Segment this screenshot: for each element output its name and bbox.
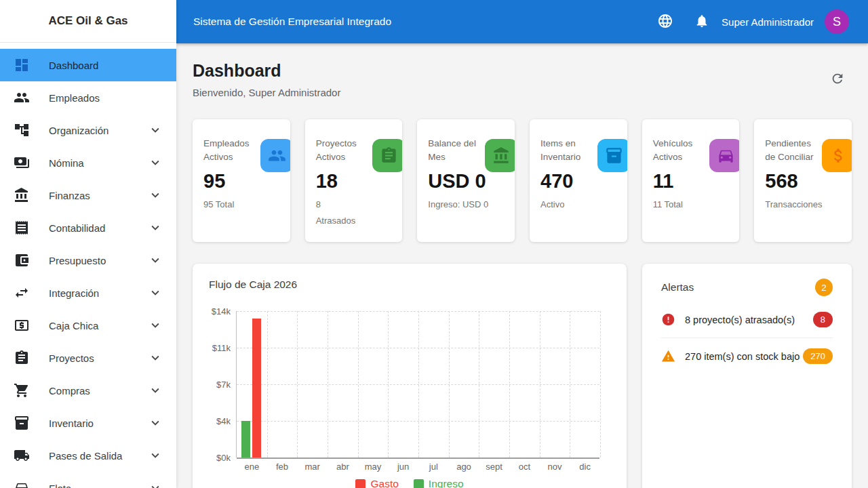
sidebar-item-dashboard[interactable]: Dashboard xyxy=(0,49,176,81)
sidebar-item-nomina[interactable]: Nómina xyxy=(0,146,176,179)
chevron-down-icon xyxy=(148,481,163,488)
legend-swatch xyxy=(414,479,424,488)
chevron-down-icon xyxy=(148,188,163,203)
legend-item-ingreso[interactable]: Ingreso xyxy=(414,478,464,488)
x-axis-tick: sept xyxy=(486,462,502,472)
page-subtitle: Bienvenido, Super Administrador xyxy=(193,87,340,98)
topbar: Sistema de Gestión Empresarial Integrado… xyxy=(176,0,868,43)
stat-title: Empleados Activos xyxy=(203,137,260,164)
stat-value: USD 0 xyxy=(428,169,504,192)
sidebar-item-presupuesto[interactable]: Presupuesto xyxy=(0,244,176,277)
error-icon xyxy=(661,312,675,327)
stat-subtitle: Transacciones xyxy=(765,197,841,213)
sidebar-item-label: Inventario xyxy=(49,418,94,429)
refresh-icon[interactable] xyxy=(829,70,846,88)
org-tree-icon xyxy=(14,122,30,138)
stat-title: Balance del Mes xyxy=(428,137,485,164)
y-axis-tick: $4k xyxy=(216,416,231,426)
car-icon xyxy=(14,480,30,488)
legend-label: Ingreso xyxy=(429,478,464,488)
clipboard-icon xyxy=(14,350,30,366)
gridline xyxy=(418,311,419,458)
receipt-icon xyxy=(14,220,30,236)
gridline xyxy=(570,311,570,458)
cart-icon xyxy=(14,382,30,399)
sidebar-item-contabilidad[interactable]: Contabilidad xyxy=(0,211,176,244)
stat-subtitle: 8Atrasados xyxy=(316,197,392,229)
sidebar-item-label: Contabilidad xyxy=(49,222,105,234)
sidebar-item-compras[interactable]: Compras xyxy=(0,374,176,407)
alert-row: 8 proyecto(s) atrasado(s)8 xyxy=(661,302,833,338)
stat-subtitle: Ingreso: USD 0 xyxy=(428,197,504,213)
gridline xyxy=(449,311,450,458)
stat-card-items-en-inventario: Items en Inventario470Activo xyxy=(530,119,627,242)
alert-text: 270 item(s) con stock bajo xyxy=(685,351,803,362)
stat-title: Items en Inventario xyxy=(540,137,597,164)
sidebar-item-label: Pases de Salida xyxy=(49,450,122,462)
globe-icon[interactable] xyxy=(656,13,674,30)
x-axis-tick: jun xyxy=(397,462,409,472)
chevron-down-icon xyxy=(148,220,163,235)
stat-title: Vehículos Activos xyxy=(653,137,710,164)
people-icon xyxy=(14,89,30,106)
x-axis-tick: nov xyxy=(548,462,562,472)
sidebar-item-caja-chica[interactable]: Caja Chica xyxy=(0,309,176,342)
chart-legend: GastoIngreso xyxy=(209,478,610,488)
sidebar-item-label: Finanzas xyxy=(49,190,90,201)
sidebar-item-finanzas[interactable]: Finanzas xyxy=(0,179,176,211)
stat-value: 18 xyxy=(316,169,392,192)
legend-label: Gasto xyxy=(370,478,398,488)
chart-title: Flujo de Caja 2026 xyxy=(209,279,610,291)
money-icon xyxy=(822,139,852,172)
gridline xyxy=(509,311,510,458)
alerts-title: Alertas xyxy=(661,281,694,293)
y-axis-tick: $11k xyxy=(212,343,231,353)
bank-icon xyxy=(485,139,515,172)
x-axis-tick: abr xyxy=(336,462,349,472)
gridline xyxy=(328,311,328,458)
inventory-icon xyxy=(597,139,627,172)
sidebar: ACE Oil & Gas DashboardEmpleadosOrganiza… xyxy=(0,0,176,488)
app-window: ACE Oil & Gas DashboardEmpleadosOrganiza… xyxy=(0,0,868,488)
sidebar-item-pases-de-salida[interactable]: Pases de Salida xyxy=(0,439,176,472)
car-icon xyxy=(709,139,739,172)
gridline xyxy=(297,311,298,458)
bell-icon[interactable] xyxy=(693,13,711,30)
gridline xyxy=(237,458,599,459)
gridline xyxy=(358,311,359,458)
gridline xyxy=(540,311,540,458)
sidebar-item-flota[interactable]: Flota xyxy=(0,472,176,488)
legend-item-gasto[interactable]: Gasto xyxy=(355,478,398,488)
sidebar-item-empleados[interactable]: Empleados xyxy=(0,81,176,114)
sidebar-item-organizacion[interactable]: Organización xyxy=(0,114,176,146)
sidebar-item-inventario[interactable]: Inventario xyxy=(0,407,176,439)
panels: Flujo de Caja 2026 $14k$11k$7k$4k$0kenef… xyxy=(193,264,852,488)
gridline xyxy=(388,311,389,458)
sidebar-item-integracion[interactable]: Integración xyxy=(0,277,176,309)
legend-swatch xyxy=(355,479,366,488)
sidebar-item-label: Proyectos xyxy=(49,352,94,364)
sidebar-menu: DashboardEmpleadosOrganizaciónNóminaFina… xyxy=(0,43,176,488)
alert-count-badge: 270 xyxy=(803,348,833,364)
chevron-down-icon xyxy=(148,415,163,430)
stat-title: Pendientes de Conciliar xyxy=(765,137,822,164)
cash-box-icon xyxy=(14,317,30,333)
alert-text: 8 proyecto(s) atrasado(s) xyxy=(685,314,813,325)
stat-value: 470 xyxy=(540,169,616,192)
sidebar-item-label: Organización xyxy=(49,125,108,136)
chevron-down-icon xyxy=(148,318,163,333)
gridline xyxy=(267,311,268,458)
topbar-right: Super Administrador S xyxy=(656,9,849,34)
sidebar-item-label: Presupuesto xyxy=(49,255,106,266)
stat-card-balance-del-mes: Balance del MesUSD 0Ingreso: USD 0 xyxy=(417,119,515,242)
avatar[interactable]: S xyxy=(825,9,849,34)
chevron-down-icon xyxy=(148,123,163,138)
clipboard-icon xyxy=(372,139,402,172)
sidebar-item-label: Integración xyxy=(49,287,99,299)
gridline xyxy=(600,311,601,458)
page-head: Dashboard Bienvenido, Super Administrado… xyxy=(193,61,852,98)
swap-icon xyxy=(14,285,30,301)
sidebar-item-proyectos[interactable]: Proyectos xyxy=(0,342,176,374)
stat-value: 11 xyxy=(653,169,729,192)
truck-icon xyxy=(14,447,30,464)
